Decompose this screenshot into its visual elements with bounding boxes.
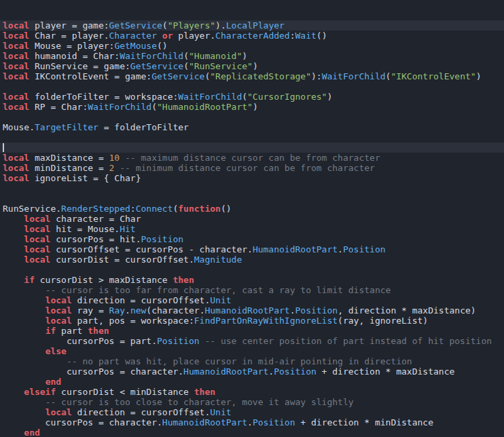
- code-editor[interactable]: local player = game:GetService("Players"…: [0, 0, 504, 437]
- code-token: FindPartOnRayWithIgnoreList: [194, 316, 338, 326]
- code-line[interactable]: local maxDistance = 10 -- maximum distan…: [0, 153, 504, 163]
- code-token: :: [290, 31, 295, 41]
- code-line[interactable]: local IKControlEvent = game:GetService("…: [0, 71, 504, 81]
- code-token: .: [290, 305, 295, 316]
- text-cursor-caret: [3, 143, 4, 152]
- code-token: Position: [141, 234, 184, 244]
- code-token: local: [46, 305, 72, 316]
- code-line[interactable]: local cursorOffset = cursorPos - charact…: [0, 244, 504, 254]
- code-token: ): [253, 102, 258, 112]
- code-line[interactable]: local minDistance = 2 -- minimum distanc…: [0, 163, 504, 173]
- code-line[interactable]: -- cursor is too far from character, cas…: [0, 285, 504, 295]
- code-line[interactable]: [0, 132, 504, 142]
- code-token: 10: [109, 153, 120, 163]
- code-line[interactable]: local RP = Char:WaitForChild("HumanoidRo…: [0, 102, 504, 112]
- code-line[interactable]: [0, 112, 504, 122]
- code-line[interactable]: local RunService = game:GetService("RunS…: [0, 61, 504, 71]
- code-line[interactable]: local hit = Mouse.Hit: [0, 224, 504, 234]
- code-line[interactable]: [0, 265, 504, 275]
- code-token: (: [151, 102, 157, 112]
- code-token: HumanoidRootPart: [162, 417, 247, 428]
- code-token: function: [178, 204, 221, 214]
- code-token: [3, 224, 24, 234]
- code-line[interactable]: end: [0, 428, 504, 437]
- code-token: minDistance =: [29, 163, 109, 173]
- code-token: local: [3, 163, 29, 173]
- code-line[interactable]: cursorPos = character.HumanoidRootPart.P…: [0, 417, 504, 428]
- code-token: local: [3, 71, 29, 81]
- code-token: local: [3, 41, 29, 51]
- code-line[interactable]: [0, 183, 504, 193]
- code-line[interactable]: local part, pos = workspace:FindPartOnRa…: [0, 316, 504, 326]
- code-token: or: [162, 31, 173, 41]
- code-token: local: [3, 31, 29, 41]
- code-token: player = game:: [29, 20, 109, 31]
- code-line[interactable]: local ray = Ray.new(character.HumanoidRo…: [0, 305, 504, 316]
- code-line[interactable]: if part then: [0, 326, 504, 336]
- code-token: RP = Char:: [29, 102, 88, 112]
- code-line[interactable]: if cursorDist > maxDistance then: [0, 275, 504, 285]
- code-token: ): [476, 71, 482, 81]
- code-token: (ray, ignoreList): [338, 316, 428, 326]
- code-token: ):: [311, 71, 322, 81]
- code-line[interactable]: Mouse.TargetFilter = folderToFilter: [0, 122, 504, 132]
- code-token: ): [253, 61, 258, 71]
- code-token: Mouse = player:: [29, 41, 114, 51]
- code-line[interactable]: local character = Char: [0, 214, 504, 224]
- code-line[interactable]: else: [0, 346, 504, 356]
- code-token: RunService.: [3, 204, 61, 214]
- code-token: Position: [343, 244, 386, 254]
- code-line[interactable]: local Mouse = player:GetMouse(): [0, 41, 504, 51]
- code-token: Mouse.: [3, 122, 35, 132]
- code-line[interactable]: local direction = cursorOffset.Unit: [0, 295, 504, 305]
- code-line[interactable]: local ignoreList = { Char}: [0, 173, 504, 183]
- code-token: then: [194, 387, 215, 397]
- code-token: -- maximum distance cursor can be from c…: [125, 153, 380, 163]
- code-token: local: [3, 61, 29, 71]
- code-token: local: [24, 244, 50, 254]
- code-line[interactable]: [0, 193, 504, 204]
- code-token: Unit: [210, 295, 231, 305]
- code-token: [3, 407, 46, 417]
- code-token: -- cursor is too close to character, mov…: [46, 397, 354, 407]
- code-token: (: [183, 51, 189, 61]
- code-token: cursorOffset = cursorPos - character.: [50, 244, 252, 254]
- code-token: folderToFilter = workspace:: [29, 92, 178, 102]
- code-line[interactable]: elseif cursorDist < minDistance then: [0, 387, 504, 397]
- code-line[interactable]: end: [0, 377, 504, 387]
- code-token: end: [24, 428, 39, 437]
- code-token: "Humanoid": [189, 51, 242, 61]
- code-token: TargetFilter: [35, 122, 98, 132]
- code-token: local: [3, 92, 29, 102]
- code-line[interactable]: cursorPos = part.Position -- use center …: [0, 336, 504, 346]
- code-line[interactable]: local player = game:GetService("Players"…: [0, 20, 504, 31]
- code-line[interactable]: [0, 81, 504, 92]
- code-token: else: [46, 346, 67, 356]
- code-line[interactable]: -- no part was hit, place cursor in mid-…: [0, 356, 504, 366]
- code-token: character = Char: [50, 214, 141, 224]
- code-token: , direction * maxDistance): [338, 305, 476, 316]
- code-line[interactable]: [0, 142, 504, 153]
- code-line[interactable]: RunService.RenderStepped:Connect(functio…: [0, 204, 504, 214]
- code-token: CharacterAdded: [215, 31, 290, 41]
- code-area: local player = game:GetService("Players"…: [0, 20, 504, 437]
- code-token: player.: [173, 31, 215, 41]
- code-token: "ReplicatedStorage": [210, 71, 311, 81]
- code-token: Connect: [136, 204, 173, 214]
- code-token: [3, 275, 24, 285]
- code-token: "CursorIgnores": [247, 92, 327, 102]
- code-token: [3, 295, 46, 305]
- code-line[interactable]: local folderToFilter = workspace:WaitFor…: [0, 92, 504, 102]
- code-line[interactable]: local humanoid = Char:WaitForChild("Huma…: [0, 51, 504, 61]
- code-token: HumanoidRootPart: [204, 305, 289, 316]
- code-line[interactable]: -- cursor is too close to character, mov…: [0, 397, 504, 407]
- code-line[interactable]: local cursorPos = hit.Position: [0, 234, 504, 244]
- code-line[interactable]: local cursorDist = cursorOffset.Magnitud…: [0, 254, 504, 265]
- code-token: local: [46, 295, 72, 305]
- code-token: ): [242, 51, 247, 61]
- code-line[interactable]: local Char = player.Character or player.…: [0, 31, 504, 41]
- code-line[interactable]: cursorPos = character.HumanoidRootPart.P…: [0, 366, 504, 377]
- code-token: GetService: [151, 71, 204, 81]
- code-line[interactable]: local direction = cursorOffset.Unit: [0, 407, 504, 417]
- code-token: local: [3, 153, 29, 163]
